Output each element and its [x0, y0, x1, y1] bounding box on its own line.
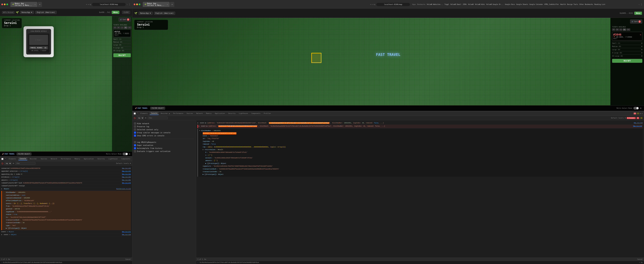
console-eye-icon[interactable]: 👁	[12, 163, 14, 164]
multi-select-toggle-left[interactable]	[122, 153, 128, 155]
devtools-settings-icon-right[interactable]: ⚙	[640, 112, 641, 114]
devtools-tab-console[interactable]: Console	[18, 157, 27, 160]
size-btn-md[interactable]: MD	[117, 26, 120, 29]
devtools-inspect-icon[interactable]: ⬜	[1, 158, 3, 160]
nav-back-icon[interactable]: ←	[86, 3, 87, 6]
browser-star-icon[interactable]: ☆	[126, 3, 128, 6]
browser-tab-new-right[interactable]: +	[170, 2, 174, 7]
devtools-inspect-icon-right[interactable]: ⬜	[134, 112, 136, 114]
map-area-right[interactable]: FAST TRAVEL CURRENT LOCATION Seruini Dro…	[132, 18, 644, 105]
bookmark-design[interactable]: Design Tools	[567, 4, 578, 5]
browser-menu-icon[interactable]: ⋮	[128, 3, 131, 6]
devtools-tab-components[interactable]: Components	[120, 158, 132, 160]
devtools-tab-memory[interactable]: Memory	[73, 158, 82, 160]
bookmark-apps[interactable]: Apps	[412, 4, 416, 5]
size-btn-lg[interactable]: LG	[120, 26, 124, 29]
console-link-event-2-right[interactable]: Map.tsx:418	[628, 125, 642, 127]
devtools-tab-performance[interactable]: Performance	[60, 158, 72, 160]
checkbox-selected-context[interactable]	[134, 128, 136, 130]
console-link-5[interactable]: Map.tsx:365	[118, 179, 131, 181]
checkbox-autocomplete[interactable]	[134, 147, 136, 149]
bookmark-wiki[interactable]: VolumB Wiki	[475, 4, 485, 5]
map-area-left[interactable]: CURRENT LOCATION Seruini Drop 1 SCAN-PRI…	[0, 16, 132, 152]
console-link-1[interactable]: Map.tsx:432	[118, 167, 131, 170]
devtools-tab-elements-right[interactable]: Elements	[139, 112, 149, 115]
mint-nft-button-left[interactable]: Mint NFT	[113, 53, 131, 57]
devtools-tab-security-right[interactable]: Security	[227, 112, 237, 115]
console-link-4[interactable]: Map.tsx:364	[118, 176, 131, 178]
multi-select-toggle-right[interactable]	[634, 107, 639, 109]
devtools-close-icon-right[interactable]: ✕	[642, 112, 643, 114]
devtools-tab-lighthouse-right[interactable]: Lighthouse	[238, 112, 249, 115]
size-btn-xxl[interactable]: XXL	[128, 26, 132, 29]
console-clear-icon-right[interactable]: 🚫	[134, 117, 136, 119]
size-btn-md-right[interactable]: MD	[616, 29, 619, 31]
devtools-tab-security[interactable]: Security	[96, 158, 106, 160]
bookmark-email[interactable]: VolumB Email	[450, 4, 461, 5]
console-context-select[interactable]: top	[4, 162, 12, 165]
console-cancel-btn-right[interactable]: Cancel	[637, 258, 643, 260]
devtools-tab-application[interactable]: Application	[82, 158, 95, 160]
menu-button[interactable]: Menu	[112, 11, 120, 14]
nft-ticket-close-right[interactable]: ✕	[640, 34, 641, 36]
console-select-all-btn[interactable]: ↑ Aa	[639, 262, 643, 263]
menu-button-right[interactable]: Menu	[634, 12, 642, 15]
console-link-2[interactable]: Map.tsx:434	[118, 170, 131, 173]
bookmark-gsheets[interactable]: Google Sheets	[516, 4, 528, 5]
bookmark-jira[interactable]: JIRA: VolumB	[463, 4, 474, 5]
size-btn-xxl-right[interactable]: XXL	[626, 29, 630, 31]
size-btn-sm-right[interactable]: SM	[612, 29, 615, 31]
tab-close-icon-right[interactable]: ✕	[167, 4, 168, 5]
devtools-tab-sources-right[interactable]: Sources	[185, 112, 194, 115]
console-link-event-1-right[interactable]: Map.tsx:418	[629, 122, 643, 124]
browser-tab-active-right[interactable]: 🌱 Nemus App - Collect & Menu... ✕	[143, 2, 170, 7]
browser-tab-active[interactable]: 🌱 Nemus App - Collect & Menu... ✕	[10, 2, 37, 7]
console-clear-icon[interactable]: 🚫	[1, 163, 3, 164]
filter-select-button-left[interactable]: FILTER SELECT	[16, 153, 32, 155]
console-cancel-btn[interactable]: Cancel	[125, 258, 131, 260]
devtools-tab-network-right[interactable]: Network	[195, 112, 204, 115]
bookmark-volumb[interactable]: VolumB Websites...	[427, 4, 443, 5]
bookmark-gcal[interactable]: Google Calendar	[530, 4, 543, 5]
minimize-window-btn-right[interactable]	[136, 4, 138, 5]
console-link-event2[interactable]: Map.tsx:418	[118, 233, 131, 236]
devtools-device-icon[interactable]: 📱	[4, 158, 6, 160]
console-link-6[interactable]: Map.tsx:379	[118, 182, 131, 184]
devtools-tab-console-right[interactable]: Console	[150, 112, 159, 115]
nav-back-icon-right[interactable]: ←	[370, 3, 372, 6]
mint-nft-button-right[interactable]: Mint NFT	[612, 59, 642, 63]
devtools-tab-application-right[interactable]: Application	[214, 112, 226, 115]
language-selector-right[interactable]: English (American)	[154, 12, 175, 15]
browser-menu-icon-right[interactable]: ⋮	[640, 3, 643, 6]
minimize-window-btn[interactable]	[4, 4, 6, 5]
devtools-tab-memory-right[interactable]: Memory	[205, 112, 213, 115]
console-filter-input-right[interactable]	[148, 117, 168, 119]
url-bar[interactable]: localhost:8100/map	[92, 3, 126, 6]
devtools-tab-recorder-right[interactable]: Recorder ▲	[159, 112, 171, 115]
checkbox-preserve-log[interactable]	[134, 125, 136, 127]
fast-travel-button-right[interactable]: 🚀 FAST TRAVEL	[135, 107, 148, 109]
console-link-8[interactable]: MintService.ts:123	[116, 188, 131, 190]
nav-forward-icon-right[interactable]: →	[372, 3, 374, 6]
bookmark-other[interactable]: Other Bookmarks	[579, 4, 593, 5]
filter-select-button-right[interactable]: FILTER SELECT	[150, 107, 165, 109]
browser-star-icon-right[interactable]: ☆	[638, 3, 640, 6]
bookmark-gd[interactable]: VolumB Google Dr...	[486, 4, 504, 5]
close-button[interactable]: CLOSE	[122, 11, 130, 14]
size-btn-xl[interactable]: XL	[124, 26, 127, 29]
expand-icon-left[interactable]: ⊞	[129, 153, 130, 155]
bookmark-bookmarks[interactable]: Bookmarks	[417, 4, 426, 5]
bookmark-gdocs[interactable]: Google Docs	[505, 4, 515, 5]
console-levels-icon[interactable]: ▼	[130, 163, 131, 164]
maximize-window-btn-right[interactable]	[139, 4, 140, 5]
reload-icon-right[interactable]: ↻	[374, 3, 375, 6]
devtools-tab-components-right[interactable]: Components	[250, 112, 262, 115]
checkbox-hide-network[interactable]	[134, 122, 136, 124]
bookmark-html[interactable]: HTML_CodeSniffer	[544, 4, 559, 5]
close-window-btn[interactable]	[1, 4, 3, 5]
checkbox-eval-triggers[interactable]	[134, 150, 136, 152]
browser-tab-new[interactable]: +	[38, 2, 42, 7]
console-levels-icon-right[interactable]: ▼	[625, 117, 626, 119]
maximize-window-btn[interactable]	[6, 4, 8, 5]
language-selector[interactable]: English (American)	[35, 11, 56, 14]
